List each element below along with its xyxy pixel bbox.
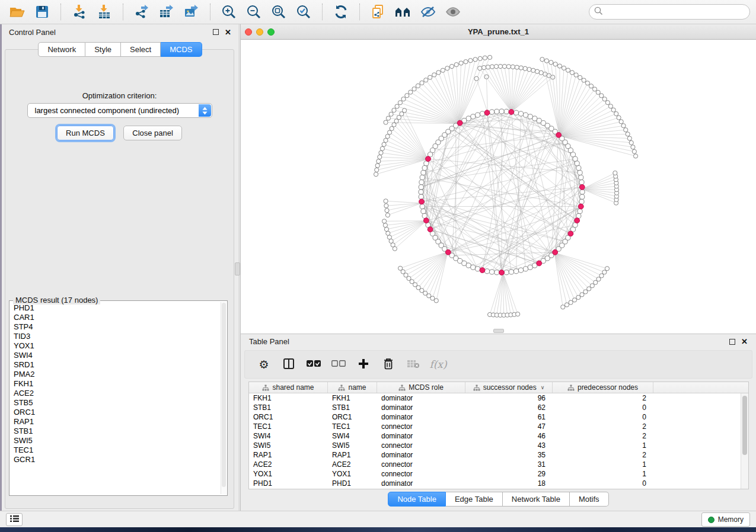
search-input[interactable]	[607, 8, 745, 17]
run-mcds-button[interactable]: Run MCDS	[57, 126, 114, 140]
export-table-button[interactable]	[155, 2, 178, 21]
criterion-dropdown[interactable]: largest connected component (undirected)	[27, 103, 212, 118]
table-row[interactable]: SWI4SWI4dominator462	[249, 431, 748, 441]
zoom-selected-button[interactable]	[292, 2, 315, 21]
close-panel-icon[interactable]: ✕	[225, 28, 231, 36]
export-table-icon	[159, 4, 174, 20]
table-row[interactable]: RAP1RAP1dominator352	[249, 450, 748, 460]
table-row[interactable]: ORC1ORC1dominator610	[249, 412, 748, 422]
sort-descending-icon: ∨	[541, 384, 545, 390]
column-header-successor-nodes[interactable]: successor nodes∨	[465, 382, 553, 393]
panel-divider-grip[interactable]	[235, 262, 240, 275]
table-row[interactable]: TEC1TEC1connector472	[249, 422, 748, 431]
zoom-out-button[interactable]	[243, 2, 265, 21]
memory-button[interactable]: Memory	[701, 512, 750, 527]
table-scrollbar[interactable]	[741, 393, 748, 489]
mcds-result-item[interactable]: CAR1	[14, 313, 220, 322]
tab-network-table[interactable]: Network Table	[503, 492, 570, 507]
mcds-list-scrollbar[interactable]	[221, 302, 227, 494]
mcds-result-item[interactable]: STP4	[14, 322, 220, 332]
table-row[interactable]: YOX1YOX1connector291	[249, 469, 748, 479]
column-header-shared-name[interactable]: shared name	[249, 382, 328, 393]
hide-selected-button[interactable]	[417, 2, 439, 21]
mcds-result-item[interactable]: SRD1	[14, 360, 220, 370]
table-cell: PHD1	[249, 479, 328, 488]
mcds-result-item[interactable]: PMA2	[14, 370, 220, 379]
network-canvas[interactable]	[241, 40, 756, 334]
table-cell: YOX1	[249, 469, 328, 479]
mcds-result-item[interactable]: PHD1	[14, 303, 220, 313]
mcds-result-list[interactable]: PHD1CAR1STP4TID3YOX1SWI4SRD1PMA2FKH1ACE2…	[9, 303, 220, 495]
table-row[interactable]: PHD1PHD1dominator180	[249, 479, 748, 488]
table-row[interactable]: STB1STB1dominator620	[249, 403, 748, 412]
open-file-button[interactable]	[6, 2, 28, 21]
table-cell: 0	[553, 403, 653, 412]
mcds-result-item[interactable]: TEC1	[14, 446, 220, 455]
eye-slash-icon	[420, 5, 436, 19]
zoom-fit-button[interactable]	[267, 2, 290, 21]
duplicate-network-button[interactable]	[367, 2, 390, 21]
tab-mcds[interactable]: MCDS	[161, 42, 202, 57]
mcds-result-item[interactable]: TID3	[14, 332, 220, 341]
tab-motifs[interactable]: Motifs	[570, 492, 609, 507]
table-cell: 18	[465, 479, 553, 488]
task-history-button[interactable]	[6, 513, 23, 526]
float-table-panel-icon[interactable]	[729, 339, 735, 345]
import-table-button[interactable]	[93, 2, 116, 21]
table-cell: ACE2	[328, 460, 377, 469]
network-splitter-grip[interactable]	[493, 329, 504, 333]
table-row[interactable]: FKH1FKH1dominator962	[249, 393, 748, 403]
mcds-result-item[interactable]: SWI5	[14, 436, 220, 446]
mcds-result-item[interactable]: ORC1	[14, 408, 220, 417]
function-builder-button[interactable]: f(x)	[429, 355, 448, 374]
deselect-all-button[interactable]	[329, 355, 348, 374]
network-graph[interactable]	[241, 40, 756, 334]
column-header-predecessor-nodes[interactable]: predecessor nodes	[553, 382, 653, 393]
mcds-result-item[interactable]: ACE2	[14, 389, 220, 398]
table-hierarchy-icon	[262, 384, 269, 391]
delete-table-button[interactable]	[404, 355, 423, 374]
export-image-button[interactable]	[180, 2, 203, 21]
save-session-button[interactable]	[31, 2, 53, 21]
close-panel-button[interactable]: Close panel	[123, 126, 182, 140]
table-hierarchy-icon	[338, 384, 345, 391]
mcds-result-item[interactable]: GCR1	[14, 455, 220, 464]
show-all-button[interactable]	[442, 2, 464, 21]
network-window-title: YPA_prune.txt_1	[241, 27, 756, 36]
tab-edge-table[interactable]: Edge Table	[446, 492, 503, 507]
create-column-button[interactable]	[354, 355, 373, 374]
table-row[interactable]: SWI5SWI5connector431	[249, 441, 748, 450]
mcds-result-item[interactable]: STB1	[14, 427, 220, 436]
table-scrollbar-thumb[interactable]	[742, 396, 747, 455]
zoom-out-icon	[246, 4, 261, 20]
tab-node-table[interactable]: Node Table	[388, 492, 446, 507]
table-cell: TEC1	[328, 422, 377, 431]
table-row[interactable]: ACE2ACE2connector311	[249, 460, 748, 469]
mcds-result-item[interactable]: SWI4	[14, 351, 220, 360]
import-network-button[interactable]	[68, 2, 91, 21]
delete-column-button[interactable]	[379, 355, 398, 374]
gear-icon: ⚙	[259, 358, 269, 371]
close-table-panel-icon[interactable]: ✕	[741, 338, 748, 345]
table-cell: 1	[553, 469, 653, 479]
float-panel-icon[interactable]	[213, 29, 219, 35]
column-header-MCDS-role[interactable]: MCDS role	[377, 382, 465, 393]
show-columns-button[interactable]	[279, 355, 298, 374]
refresh-layout-button[interactable]	[330, 2, 352, 21]
tab-network[interactable]: Network	[38, 42, 85, 57]
mcds-result-item[interactable]: YOX1	[14, 341, 220, 351]
first-neighbors-button[interactable]	[392, 2, 414, 21]
export-network-button[interactable]	[130, 2, 153, 21]
mcds-result-item[interactable]: RAP1	[14, 417, 220, 427]
search-box[interactable]	[589, 4, 750, 20]
mcds-result-item[interactable]: STB5	[14, 398, 220, 408]
toolbar-separator	[60, 4, 61, 20]
tab-style[interactable]: Style	[85, 42, 121, 57]
mcds-result-item[interactable]: FKH1	[14, 379, 220, 389]
select-all-button[interactable]	[304, 355, 323, 374]
column-header-name[interactable]: name	[328, 382, 377, 393]
zoom-in-button[interactable]	[218, 2, 240, 21]
table-settings-button[interactable]: ⚙	[254, 355, 273, 374]
tab-select[interactable]: Select	[121, 42, 161, 57]
network-window-titlebar[interactable]: YPA_prune.txt_1	[241, 24, 756, 40]
